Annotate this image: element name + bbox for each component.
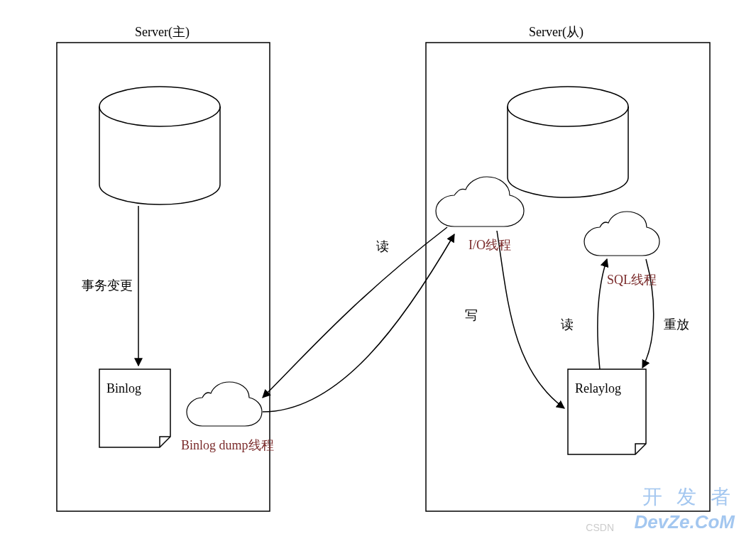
- master-title: Server(主): [135, 23, 190, 40]
- watermark-en: DevZe.CoM: [634, 511, 735, 533]
- txn-change-label: 事务变更: [82, 277, 133, 294]
- write-label: 写: [465, 307, 478, 324]
- relaylog-label: Relaylog: [575, 381, 621, 396]
- arrow-read-relaylog: [598, 259, 607, 369]
- binlog-dump-thread-label: Binlog dump线程: [181, 437, 274, 454]
- watermark-cn: 开 发 者: [642, 484, 735, 510]
- master-db-cylinder: [99, 87, 220, 204]
- watermark-csdn: CSDN: [586, 522, 614, 533]
- arrow-read-binlog: [263, 227, 447, 398]
- io-thread-label: I/O线程: [469, 236, 511, 253]
- slave-title: Server(从): [529, 23, 584, 40]
- binlog-dump-cloud: [187, 382, 262, 426]
- sql-thread-label: SQL线程: [607, 271, 657, 288]
- sql-thread-cloud: [584, 212, 659, 256]
- binlog-label: Binlog: [106, 381, 141, 396]
- slave-db-cylinder: [508, 87, 628, 197]
- read1-label: 读: [376, 238, 389, 255]
- read2-label: 读: [561, 316, 574, 333]
- arrow-write-relaylog: [497, 231, 564, 408]
- replay-label: 重放: [664, 316, 689, 333]
